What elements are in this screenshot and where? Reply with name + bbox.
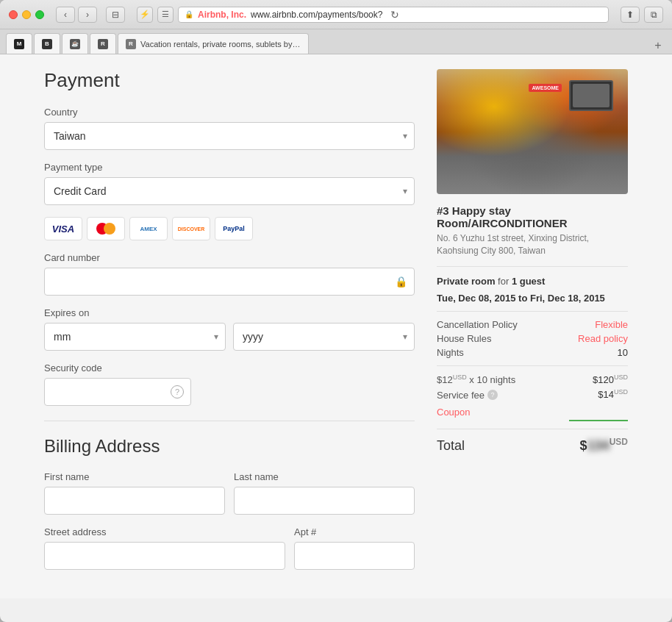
amex-text: AMEX [140, 226, 157, 232]
tab-active[interactable]: R Vacation rentals, private rooms, suble… [118, 33, 309, 54]
minimize-button[interactable] [22, 10, 31, 19]
billing-title: Billing Address [44, 436, 415, 457]
total-amount-blurred: 134 [587, 438, 610, 454]
paypal-text: PayPal [223, 225, 245, 232]
tab-b[interactable]: B [34, 33, 60, 54]
new-tab-button[interactable]: + [650, 37, 666, 54]
url-bar-container: ⚡ ☰ 🔒 Airbnb, Inc. www.airbnb.com/paymen… [137, 7, 609, 23]
security-wrapper: ? [44, 378, 191, 406]
payment-form: Payment Country Taiwan ▾ Payment type Cr… [44, 69, 437, 584]
sidebar-button[interactable]: ⊟ [106, 7, 125, 23]
refresh-icon[interactable]: ↻ [387, 7, 403, 23]
payment-type-select[interactable]: Credit Card [44, 177, 415, 205]
url-brand: Airbnb, Inc. [198, 10, 246, 20]
cancellation-row: Cancellation Policy Flexible [437, 319, 628, 330]
street-input[interactable] [44, 542, 285, 570]
maximize-button[interactable] [35, 10, 44, 19]
share-button[interactable]: ⬆ [621, 7, 640, 23]
security-help-icon[interactable]: ? [171, 385, 184, 398]
house-rules-row: House Rules Read policy [437, 333, 628, 344]
year-select[interactable]: yyyy [233, 323, 415, 351]
first-name-label: First name [44, 471, 225, 482]
back-button[interactable]: ‹ [56, 7, 75, 23]
booking-dates: Tue, Dec 08, 2015 to Fri, Dec 18, 2015 [437, 293, 628, 304]
card-number-label: Card number [44, 252, 415, 263]
payment-type-select-wrapper: Credit Card ▾ [44, 177, 415, 205]
name-row: First name Last name [44, 471, 415, 526]
country-select[interactable]: Taiwan [44, 122, 415, 150]
total-label: Total [437, 438, 465, 454]
traffic-lights [9, 10, 44, 19]
price-row: $12USD x 10 nights $120USD [437, 373, 628, 385]
lock-icon: 🔒 [185, 10, 193, 18]
expires-row: mm ▾ yyyy ▾ [44, 323, 415, 351]
street-label: Street address [44, 526, 285, 537]
security-code-input[interactable] [44, 378, 191, 406]
cancellation-label: Cancellation Policy [437, 319, 518, 330]
cancellation-value[interactable]: Flexible [595, 319, 628, 330]
tab-favicon-t: ☕ [70, 39, 80, 49]
forward-button[interactable]: › [78, 7, 97, 23]
card-logos: VISA AMEX DISCOVER PayPal [44, 217, 415, 240]
first-name-input[interactable] [44, 487, 225, 515]
card-number-group: Card number 🔒 [44, 252, 415, 296]
service-fee-info-icon[interactable]: ? [487, 390, 498, 400]
tab-bar: M B ☕ R R Vacation rentals, private room… [0, 29, 672, 54]
house-rules-label: House Rules [437, 333, 491, 344]
card-number-input[interactable] [44, 268, 415, 296]
new-window-button[interactable]: ⧉ [644, 7, 663, 23]
tab-favicon-m: M [14, 39, 24, 49]
month-select-wrapper: mm ▾ [44, 323, 226, 351]
property-image: AWESOME [437, 69, 628, 194]
month-select[interactable]: mm [44, 323, 226, 351]
security-label: Security code [44, 362, 415, 373]
apt-group: Apt # [294, 526, 415, 570]
tab-favicon-r2: R [126, 39, 136, 49]
tab-r1[interactable]: R [90, 33, 116, 54]
country-group: Country Taiwan ▾ [44, 107, 415, 150]
expires-group: Expires on mm ▾ yyyy ▾ [44, 307, 415, 351]
reader-button[interactable]: ☰ [157, 7, 174, 23]
country-select-wrapper: Taiwan ▾ [44, 122, 415, 150]
year-select-wrapper: yyyy ▾ [233, 323, 415, 351]
close-button[interactable] [9, 10, 18, 19]
discover-text: DISCOVER [178, 226, 205, 232]
apt-input[interactable] [294, 542, 415, 570]
amex-logo: AMEX [129, 217, 168, 240]
visa-logo: VISA [44, 217, 82, 240]
first-name-group: First name [44, 471, 225, 515]
paypal-logo: PayPal [215, 217, 253, 240]
tab-t[interactable]: ☕ [62, 33, 88, 54]
tv-shape [569, 80, 613, 111]
nights-label: Nights [437, 347, 464, 358]
url-bar[interactable]: 🔒 Airbnb, Inc. www.airbnb.com/payments/b… [178, 7, 609, 23]
tab-favicon-r1: R [98, 39, 108, 49]
street-group: Street address [44, 526, 285, 570]
tab-favicon-b: B [42, 39, 52, 49]
checkout-date: Fri, Dec 18, 2015 [530, 293, 605, 304]
price-nights-label: $12USD x 10 nights [437, 373, 515, 385]
summary-divider-4 [437, 429, 628, 429]
payment-type-label: Payment type [44, 162, 415, 173]
country-label: Country [44, 107, 415, 118]
discover-logo: DISCOVER [172, 217, 210, 240]
expires-label: Expires on [44, 307, 415, 318]
tab-info-button[interactable]: ⚡ [137, 7, 153, 23]
coupon-input[interactable] [569, 404, 628, 421]
property-name: #3 Happy stay Room/AIRCONDITIONER [437, 204, 628, 229]
tab-m[interactable]: M [6, 33, 32, 54]
summary-divider-2 [437, 311, 628, 312]
toolbar-right: ⬆ ⧉ [621, 7, 663, 23]
summary-divider-3 [437, 365, 628, 366]
mastercard-circles [96, 223, 115, 235]
house-rules-value[interactable]: Read policy [578, 333, 628, 344]
last-name-input[interactable] [234, 487, 415, 515]
total-row: Total $134USD [437, 437, 628, 454]
nights-value: 10 [618, 347, 628, 358]
date-to: to [518, 293, 530, 304]
checkin-date: Tue, Dec 08, 2015 [437, 293, 515, 304]
url-rest: www.airbnb.com/payments/book? [251, 10, 382, 20]
card-number-wrapper: 🔒 [44, 268, 415, 296]
address-row: Street address Apt # [44, 526, 415, 582]
tv-screen [573, 84, 610, 107]
